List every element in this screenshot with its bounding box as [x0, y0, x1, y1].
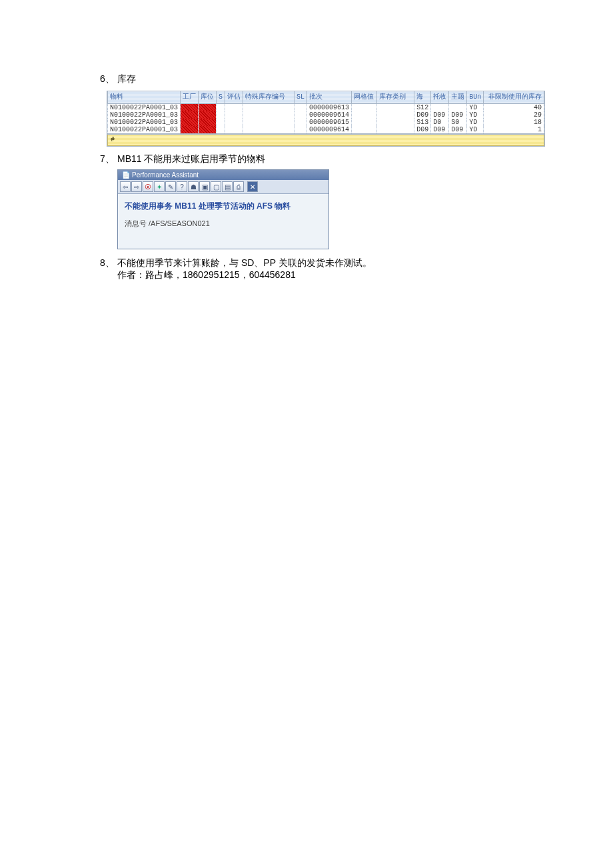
section-7-title: MB11 不能用来过账启用季节的物料: [117, 153, 540, 165]
col-plant[interactable]: 工厂: [181, 91, 199, 104]
col-bun[interactable]: BUn: [467, 91, 484, 104]
cell-c2: [431, 104, 449, 112]
table-row[interactable]: N0100022PA0001_03 0000009613 S12 YD 40: [108, 104, 544, 112]
col-grid[interactable]: 网格值: [351, 91, 377, 104]
section-8-author: 作者：路占峰，18602951215，604456281: [117, 269, 540, 281]
col-theme[interactable]: 主题: [449, 91, 467, 104]
col-val[interactable]: 评估: [225, 91, 243, 104]
print-icon[interactable]: ⎙: [233, 181, 244, 192]
refresh-icon[interactable]: ✦: [154, 181, 165, 192]
col-sloc[interactable]: 库位: [199, 91, 217, 104]
dialog-toolbar: ⇦ ⇨ ⦿ ✦ ✎ ? ☗ ▣ ▢ ▤ ⎙ ✕: [118, 180, 328, 194]
back-icon[interactable]: ⇦: [120, 181, 131, 192]
table-row[interactable]: N0100022PA0001_03 0000009614 D09 D09 D09…: [108, 126, 544, 134]
forward-icon[interactable]: ⇨: [131, 181, 142, 192]
section-6-number: 6、: [100, 73, 117, 85]
table-row[interactable]: N0100022PA0001_03 0000009615 S13 D0 S0 Y…: [108, 119, 544, 126]
col-special[interactable]: 特殊库存编号: [243, 91, 295, 104]
tree-icon[interactable]: ☗: [188, 181, 199, 192]
cell-redacted: [181, 104, 199, 112]
section-8-number: 8、: [100, 257, 117, 269]
section-8-line1: 不能使用季节来计算账龄，与 SD、PP 关联的发货未作测试。: [117, 257, 540, 269]
col-material[interactable]: 物料: [108, 91, 181, 104]
cell-c3: [449, 104, 467, 112]
cell-c1: S12: [414, 104, 431, 112]
table-header-row: 物料 工厂 库位 S 评估 特殊库存编号 SL 批次 网格值 库存类别 海 托收…: [108, 91, 544, 104]
dialog-message: 不能使用事务 MB11 处理季节活动的 AFS 物料: [123, 198, 323, 219]
col-s[interactable]: S: [217, 91, 225, 104]
cell-bun: YD: [467, 104, 484, 112]
cell-batch: 0000009613: [306, 104, 351, 112]
performance-assistant-dialog: 📄Performance Assistant ⇦ ⇨ ⦿ ✦ ✎ ? ☗ ▣ ▢…: [117, 169, 329, 249]
dialog-title: 📄Performance Assistant: [118, 170, 328, 180]
col-unrestricted[interactable]: 非限制使用的库存: [484, 91, 544, 104]
window-icon[interactable]: ▢: [211, 181, 221, 192]
col-sl[interactable]: SL: [294, 91, 306, 104]
table-row[interactable]: N0100022PA0001_03 0000009614 D09 D09 D09…: [108, 111, 544, 119]
cell-material: N0100022PA0001_03: [108, 104, 181, 112]
inventory-table: 物料 工厂 库位 S 评估 特殊库存编号 SL 批次 网格值 库存类别 海 托收…: [107, 91, 545, 147]
page-icon[interactable]: ▤: [222, 181, 233, 192]
cell-redacted: [199, 104, 217, 112]
col-hai[interactable]: 海: [414, 91, 431, 104]
close-icon[interactable]: ✕: [247, 181, 258, 192]
table-footer-row: [108, 134, 544, 146]
col-coll[interactable]: 托收: [431, 91, 449, 104]
col-stocktype[interactable]: 库存类别: [377, 91, 414, 104]
col-batch[interactable]: 批次: [306, 91, 351, 104]
section-6-title: 库存: [117, 73, 540, 85]
view-icon[interactable]: ▣: [199, 181, 210, 192]
edit-icon[interactable]: ✎: [165, 181, 176, 192]
help-icon[interactable]: ?: [177, 181, 187, 192]
stop-icon[interactable]: ⦿: [143, 181, 153, 192]
dialog-message-number: 消息号 /AFS/SEASON021: [123, 219, 323, 229]
cell-qty: 40: [484, 104, 544, 112]
section-7-number: 7、: [100, 153, 117, 165]
